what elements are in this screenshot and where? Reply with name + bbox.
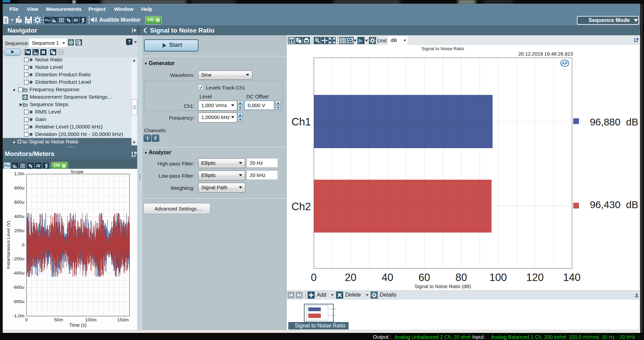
svg-text:fx: fx: [358, 38, 362, 43]
svg-text:AP: AP: [561, 61, 568, 66]
